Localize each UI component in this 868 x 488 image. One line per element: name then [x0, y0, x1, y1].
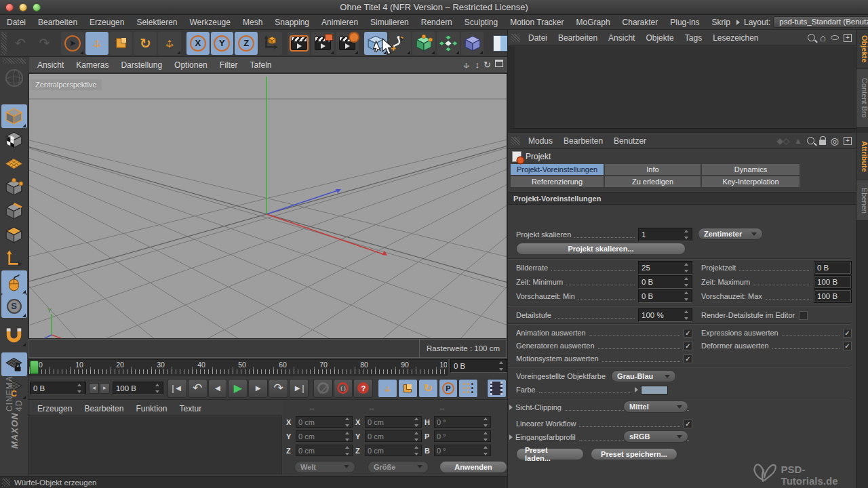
lock-y-axis-button[interactable]: Y: [211, 32, 234, 55]
om-menu-objekte[interactable]: Objekte: [640, 33, 679, 43]
object-list[interactable]: [508, 46, 856, 129]
current-frame-field[interactable]: 0 B: [450, 359, 507, 373]
timeline-cursor[interactable]: [30, 361, 39, 374]
am-menu-modus[interactable]: Modus: [523, 136, 558, 146]
projekt-skalieren-field[interactable]: 1: [638, 228, 692, 241]
menu-snapping[interactable]: Snapping: [269, 15, 315, 30]
tab-info[interactable]: Info: [605, 164, 701, 175]
lock-icon[interactable]: [819, 140, 826, 145]
section-header[interactable]: Projekt-Voreinstellungen: [508, 192, 856, 205]
menu-werkzeuge[interactable]: Werkzeuge: [183, 15, 236, 30]
status-grip[interactable]: [2, 479, 10, 487]
projekt-skalieren-button[interactable]: Projekt skalieren...: [516, 243, 686, 255]
detailstufe-field[interactable]: 100 %: [638, 308, 692, 322]
lock-workplane-button[interactable]: [1, 352, 27, 376]
layout-dropdown[interactable]: psd-tuts_Standart (Benutzer): [773, 16, 868, 28]
render-detailstufe-checkbox[interactable]: [799, 311, 808, 320]
apply-button[interactable]: Anwenden: [439, 461, 507, 473]
attribute-manager-grip[interactable]: [511, 137, 520, 145]
menu-rendern[interactable]: Rendern: [415, 15, 458, 30]
pan-view-icon[interactable]: ↔↕: [462, 60, 471, 69]
lock-x-axis-button[interactable]: X: [186, 32, 210, 55]
om-menu-lesezeichen[interactable]: Lesezeichen: [707, 33, 764, 43]
material-menu-textur[interactable]: Textur: [173, 404, 208, 413]
go-to-end-button[interactable]: ►|: [289, 379, 309, 398]
maximize-view-icon[interactable]: [495, 60, 503, 67]
generatoren-auswerten-checkbox[interactable]: ✓: [684, 342, 692, 350]
side-tab-ebenen[interactable]: Ebenen: [856, 180, 868, 221]
menu-skript[interactable]: Skrip: [706, 15, 736, 30]
menu-sculpting[interactable]: Sculpting: [458, 15, 504, 30]
record-button[interactable]: ( ): [334, 379, 353, 398]
om-menu-ansicht[interactable]: Ansicht: [603, 33, 640, 43]
keyframe-selection-button[interactable]: ?: [353, 379, 373, 398]
eingangsfarbprofil-dropdown[interactable]: sRGB: [623, 430, 688, 443]
expressions-auswerten-checkbox[interactable]: ✓: [843, 329, 852, 338]
pos-x-field[interactable]: 0 cm: [296, 416, 353, 428]
key-parameter-button[interactable]: P: [439, 379, 458, 398]
spinner-icon[interactable]: [77, 384, 83, 393]
range-start-field[interactable]: 0 B: [30, 382, 86, 395]
live-selection-button[interactable]: ➤: [61, 32, 84, 55]
menu-erzeugen[interactable]: Erzeugen: [83, 15, 130, 30]
preset-laden-button[interactable]: Preset laden...: [516, 448, 584, 460]
rotate-tool-button[interactable]: ↻: [134, 32, 157, 55]
add-generator-button[interactable]: [412, 32, 435, 55]
toolbar-grip[interactable]: [1, 32, 7, 55]
objektfarbe-dropdown[interactable]: Grau-Blau: [611, 370, 676, 382]
tab-referenzierung[interactable]: Referenzierung: [511, 176, 604, 187]
render-picture-viewer-button[interactable]: [311, 32, 334, 55]
menu-simulieren[interactable]: Simulieren: [364, 15, 415, 30]
axis-mode-button[interactable]: [1, 247, 27, 270]
range-next-button[interactable]: ►: [100, 383, 110, 394]
edges-mode-button[interactable]: [1, 199, 27, 223]
linearer-workflow-checkbox[interactable]: ✓: [684, 420, 692, 428]
side-tab-attribute[interactable]: Attribute: [856, 133, 868, 180]
farbe-swatch[interactable]: [641, 386, 668, 394]
animation-auswerten-checkbox[interactable]: ✓: [684, 329, 692, 338]
next-key-button[interactable]: ↷: [269, 379, 288, 398]
tweak-mode-button[interactable]: [1, 270, 27, 294]
menu-selektieren[interactable]: Selektieren: [130, 15, 183, 30]
tab-dynamics[interactable]: Dynamics: [702, 164, 800, 175]
range-end-field[interactable]: 100 B: [113, 382, 163, 395]
render-settings-button[interactable]: [336, 32, 359, 55]
polygons-mode-button[interactable]: [1, 223, 27, 247]
rotate-view-icon[interactable]: ↻: [484, 60, 491, 70]
am-menu-bearbeiten[interactable]: Bearbeiten: [558, 136, 608, 146]
viewport-menu-tafeln[interactable]: Tafeln: [243, 60, 277, 70]
tab-zu-erledigen[interactable]: Zu erledigen: [605, 176, 701, 187]
expand-icon[interactable]: [635, 387, 638, 392]
viewport-menu-ansicht[interactable]: Ansicht: [31, 60, 70, 70]
target-icon[interactable]: ◎: [831, 136, 839, 146]
size-y-field[interactable]: 0 cm: [365, 430, 422, 442]
move-tool-button[interactable]: ↔↕: [85, 32, 108, 55]
key-scale-button[interactable]: [398, 379, 418, 398]
material-menu-erzeugen[interactable]: Erzeugen: [31, 404, 78, 413]
next-frame-button[interactable]: ►: [248, 379, 268, 398]
camera-label[interactable]: Zentralperspektive: [31, 79, 102, 90]
viewport-menu-filter[interactable]: Filter: [214, 60, 244, 70]
viewport-menu-darstellung[interactable]: Darstellung: [115, 60, 168, 70]
menu-mograph[interactable]: MoGraph: [570, 15, 616, 30]
workplane-mode-button[interactable]: [1, 152, 27, 176]
add-mograph-button[interactable]: [437, 32, 460, 55]
viewport-3d[interactable]: Y Zentralperspektive: [28, 73, 507, 339]
expand-icon[interactable]: [509, 434, 513, 440]
render-view-button[interactable]: [288, 32, 311, 55]
size-x-field[interactable]: 0 cm: [365, 416, 422, 428]
material-menu-funktion[interactable]: Funktion: [130, 404, 173, 413]
go-to-start-button[interactable]: |◄: [167, 379, 187, 398]
spinner-icon[interactable]: [154, 384, 160, 393]
texture-mode-button[interactable]: [1, 128, 27, 152]
projektzeit-field[interactable]: 0 B: [814, 261, 852, 274]
menu-animieren[interactable]: Animieren: [315, 15, 364, 30]
timeline-window-button[interactable]: [487, 379, 507, 398]
menu-bearbeiten[interactable]: Bearbeiten: [32, 15, 83, 30]
add-panel-icon[interactable]: +: [844, 137, 852, 145]
deformer-auswerten-checkbox[interactable]: ✓: [843, 342, 852, 350]
unit-dropdown[interactable]: Zentimeter: [698, 228, 763, 240]
bilderrate-field[interactable]: 25: [638, 261, 692, 274]
coordinate-system-button[interactable]: [259, 32, 282, 55]
add-panel-icon[interactable]: +: [844, 34, 852, 42]
